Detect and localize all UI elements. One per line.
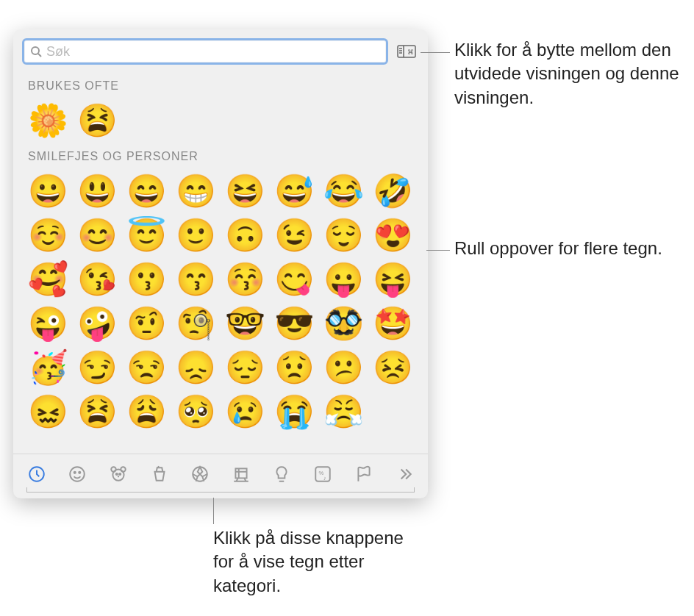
search-input[interactable] [46, 44, 380, 60]
emoji-item[interactable]: 🥺 [173, 391, 219, 432]
emoji-item[interactable]: 😌 [321, 215, 367, 256]
emoji-item[interactable]: 🥸 [321, 303, 367, 344]
category-frequently-used[interactable] [24, 460, 50, 488]
category-footer: %♪ [13, 454, 428, 498]
emoji-grid-frequent: 🌼😫 [25, 100, 416, 141]
section-title-smileys: SMILEFJES OG PERSONER [28, 150, 416, 163]
svg-text:⌘: ⌘ [407, 49, 414, 56]
emoji-item[interactable]: 😇 [124, 215, 170, 256]
svg-point-13 [111, 467, 116, 472]
emoji-item[interactable]: 😂 [321, 171, 367, 212]
emoji-scroll-area[interactable]: BRUKES OFTE 🌼😫 SMILEFJES OG PERSONER 😀😃😄… [13, 71, 428, 454]
svg-rect-18 [235, 468, 246, 478]
callout-line [421, 52, 450, 53]
emoji-item[interactable]: 😩 [124, 391, 170, 432]
emoji-item[interactable]: 😏 [74, 347, 121, 388]
emoji-item[interactable]: 😤 [321, 391, 367, 432]
search-icon [30, 46, 42, 57]
emoji-item[interactable]: 🥰 [25, 259, 71, 300]
emoji-item[interactable]: 😕 [321, 347, 367, 388]
emoji-item[interactable]: ☺️ [25, 215, 71, 256]
svg-text:♪: ♪ [323, 475, 326, 481]
emoji-item[interactable]: 😀 [25, 171, 71, 212]
category-more[interactable] [391, 460, 418, 488]
emoji-item[interactable]: 😭 [271, 391, 318, 432]
emoji-item[interactable]: 🤣 [370, 171, 416, 212]
emoji-item[interactable]: 😉 [271, 215, 318, 256]
category-smileys-people[interactable] [65, 460, 91, 488]
emoji-item[interactable]: 🙂 [173, 215, 219, 256]
emoji-item[interactable]: 😁 [173, 171, 219, 212]
emoji-item[interactable]: 🙃 [222, 215, 268, 256]
callout-line [213, 498, 214, 524]
callout-categories: Klikk på disse knappene for å vise tegn … [213, 526, 419, 598]
emoji-item[interactable]: 😘 [74, 259, 121, 300]
category-objects[interactable] [269, 460, 296, 488]
search-field-container[interactable] [22, 38, 388, 65]
emoji-item[interactable]: 😞 [173, 347, 219, 388]
svg-point-15 [116, 473, 118, 475]
emoji-grid-smileys: 😀😃😄😁😆😅😂🤣☺️😊😇🙂🙃😉😌😍🥰😘😗😙😚😋😛😝😜🤪🤨🧐🤓😎🥸🤩🥳😏😒😞😔😟😕… [25, 171, 416, 432]
emoji-item[interactable]: 😄 [124, 171, 170, 212]
emoji-item[interactable]: 😃 [74, 171, 121, 212]
character-viewer-panel: ⌘ BRUKES OFTE 🌼😫 SMILEFJES OG PERSONER 😀… [13, 29, 428, 498]
expand-view-button[interactable]: ⌘ [394, 40, 419, 62]
category-activity[interactable] [187, 460, 213, 488]
callout-expand: Klikk for å bytte mellom den utvidede vi… [454, 38, 682, 110]
svg-point-0 [32, 47, 39, 54]
svg-point-9 [71, 467, 85, 481]
emoji-item[interactable]: 😅 [271, 171, 318, 212]
emoji-item[interactable]: 😙 [173, 259, 219, 300]
emoji-item[interactable]: 😔 [222, 347, 268, 388]
emoji-item[interactable]: 🤪 [74, 303, 121, 344]
section-title-frequent: BRUKES OFTE [28, 79, 416, 93]
emoji-item[interactable]: 😫 [74, 100, 121, 141]
emoji-item[interactable]: 😖 [25, 391, 71, 432]
emoji-item[interactable]: 😋 [271, 259, 318, 300]
category-buttons-row: %♪ [24, 460, 418, 488]
svg-point-11 [79, 472, 81, 473]
emoji-item[interactable]: 🤨 [124, 303, 170, 344]
emoji-item[interactable]: 😢 [222, 391, 268, 432]
svg-point-16 [119, 473, 121, 475]
emoji-item[interactable]: 😒 [124, 347, 170, 388]
svg-point-14 [121, 467, 126, 472]
category-food-drink[interactable] [146, 460, 173, 488]
emoji-item[interactable]: 😝 [370, 259, 416, 300]
category-animals-nature[interactable] [105, 460, 132, 488]
emoji-item[interactable]: 😚 [222, 259, 268, 300]
emoji-item[interactable]: 😫 [74, 391, 121, 432]
emoji-item[interactable]: 😎 [271, 303, 318, 344]
emoji-item[interactable]: 😊 [74, 215, 121, 256]
emoji-item[interactable]: 🌼 [25, 100, 71, 141]
emoji-item[interactable]: 😗 [124, 259, 170, 300]
emoji-item[interactable]: 🥳 [25, 347, 71, 388]
callout-line [426, 250, 450, 251]
category-flags[interactable] [351, 460, 377, 488]
header-row: ⌘ [13, 29, 428, 71]
svg-point-10 [74, 472, 76, 473]
emoji-item[interactable]: 😣 [370, 347, 416, 388]
emoji-item[interactable]: 😍 [370, 215, 416, 256]
category-travel-places[interactable] [228, 460, 254, 488]
emoji-item[interactable]: 🤩 [370, 303, 416, 344]
callout-scroll: Rull oppover for flere tegn. [454, 237, 675, 260]
emoji-item[interactable]: 🧐 [173, 303, 219, 344]
svg-line-1 [38, 54, 41, 57]
emoji-item[interactable]: 😟 [271, 347, 318, 388]
emoji-item[interactable]: 😛 [321, 259, 367, 300]
emoji-item[interactable]: 😜 [25, 303, 71, 344]
category-symbols[interactable]: %♪ [310, 460, 336, 488]
emoji-item[interactable]: 🤓 [222, 303, 268, 344]
emoji-item[interactable]: 😆 [222, 171, 268, 212]
